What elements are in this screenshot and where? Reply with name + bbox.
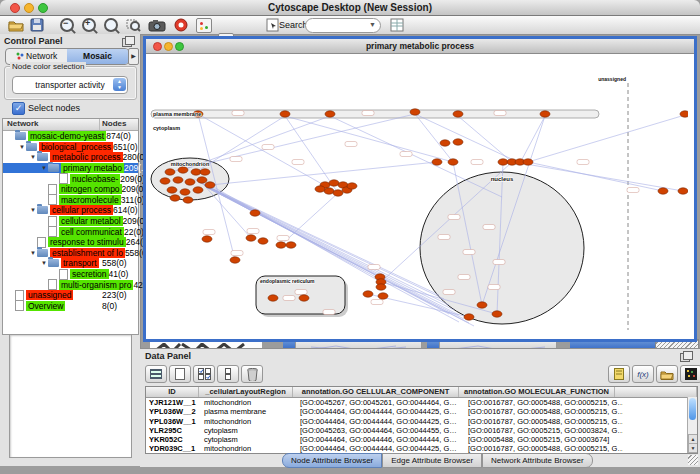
table-cell[interactable]: [GO:0005488, GO:0005215, GO:0003674]	[465, 435, 623, 444]
snapshot-icon[interactable]	[148, 18, 166, 32]
table-cell[interactable]	[623, 435, 697, 444]
import-attributes-icon[interactable]	[656, 365, 678, 383]
network-node[interactable]	[378, 293, 388, 299]
tree-item-primary-metabo[interactable]: ▼primary metabo209(...	[3, 163, 138, 174]
new-attribute-icon[interactable]	[169, 365, 191, 383]
table-cell[interactable]: [GO:0044464, GO:0044444, GO:0044425, G…	[297, 407, 465, 416]
tree-item-response-to-stimulu[interactable]: response to stimulu264(0)	[3, 237, 138, 248]
tree-item-multi-organism-pro[interactable]: multi-organism pro42(0)	[3, 279, 138, 290]
region-plasma-membrane[interactable]	[151, 110, 599, 118]
tree-item-unassigned[interactable]: unassigned223(0)	[3, 290, 138, 301]
delete-attribute-icon[interactable]	[241, 365, 263, 383]
tree-item-cell-communicat[interactable]: cell communicat22(0)	[3, 226, 138, 237]
network-node[interactable]	[376, 284, 386, 290]
network-node[interactable]	[180, 189, 190, 195]
network-node[interactable]	[246, 235, 256, 241]
table-cell[interactable]: [GO:0016787, GO:0005488, GO:0005215, G…	[465, 417, 623, 426]
table-cell[interactable]	[623, 444, 697, 453]
table-cell[interactable]: [GO:0044464, GO:0044444, GO:0044425, G…	[297, 417, 465, 426]
tree-item-nitrogen-compo[interactable]: nitrogen compo209(0)	[3, 184, 138, 195]
tree-expander-icon[interactable]: ▼	[29, 250, 37, 256]
tree-item-metabolic-process[interactable]: ▼metabolic process280(0)	[3, 152, 138, 163]
network-node[interactable]	[477, 302, 487, 308]
tree-item-cellular-metabol[interactable]: cellular metabol209(0)	[3, 216, 138, 227]
network-node[interactable]	[202, 236, 212, 242]
tree-item-cellular-process[interactable]: ▼cellular process614(0)	[3, 205, 138, 216]
report-icon[interactable]	[608, 365, 630, 383]
formula-builder-icon[interactable]: f(x)	[632, 365, 654, 383]
network-node[interactable]	[258, 238, 268, 244]
table-cell[interactable]: [GO:0016787, GO:0005215, GO:0003824, G…	[465, 426, 623, 435]
tree-expander-icon[interactable]: ▼	[18, 144, 26, 150]
tree-header[interactable]: Network Nodes	[3, 119, 138, 131]
table-cell[interactable]: YPL036W__2	[146, 407, 201, 416]
table-cell[interactable]: YLR295C	[146, 426, 201, 435]
table-cell[interactable]	[623, 398, 697, 407]
table-cell[interactable]: [GO:0016787, GO:0005488, GO:0005215, G…	[465, 398, 623, 407]
network-edge[interactable]	[210, 185, 381, 282]
tree-item-establishment-of-lo[interactable]: ▼establishment of lo558(0)	[3, 248, 138, 259]
table-cell[interactable]	[623, 407, 697, 416]
table-cell[interactable]: [GO:0016787, GO:0005488, GO:0005215, G…	[465, 407, 623, 416]
network-node[interactable]	[160, 178, 170, 184]
network-node[interactable]	[178, 167, 188, 173]
network-node[interactable]	[173, 177, 183, 183]
search-dropdown-icon[interactable]: ▼	[369, 21, 376, 28]
network-edge[interactable]	[458, 116, 512, 162]
scroll-down-icon[interactable]: ▼	[688, 443, 698, 453]
network-node[interactable]	[678, 188, 688, 194]
table-cell[interactable]: mitochondrion	[201, 398, 297, 407]
network-node[interactable]	[268, 295, 278, 301]
tree-expander-icon[interactable]: ▼	[29, 154, 37, 160]
network-node[interactable]	[453, 111, 463, 117]
network-node[interactable]	[410, 109, 420, 115]
network-node[interactable]	[498, 159, 508, 165]
tree-expander-icon[interactable]: ▼	[40, 165, 48, 171]
network-node[interactable]	[299, 295, 309, 301]
network-node[interactable]	[167, 187, 177, 193]
browser-mode-icon[interactable]	[145, 365, 167, 383]
network-node[interactable]	[680, 111, 688, 117]
network-node[interactable]	[448, 159, 458, 165]
annotate-icon[interactable]	[266, 18, 280, 32]
table-row[interactable]: YJR121W__1mitochondrion[GO:0045267, GO:0…	[146, 398, 697, 407]
network-node[interactable]	[658, 188, 668, 194]
table-cell[interactable]: [GO:0044464, GO:0044446, GO:0044444, G…	[297, 435, 465, 444]
tab-overflow-button[interactable]: ▶	[128, 48, 139, 65]
network-node[interactable]	[325, 111, 335, 117]
network-edge[interactable]	[196, 116, 285, 172]
network-edge[interactable]	[206, 185, 255, 213]
table-cell[interactable]: plasma membrane	[201, 407, 297, 416]
network-node[interactable]	[453, 139, 463, 145]
network-edge[interactable]	[210, 162, 437, 185]
tree-item-macromolecule[interactable]: macromolecule311(0)	[3, 195, 138, 206]
select-nodes-checkbox[interactable]: ✓	[12, 102, 25, 115]
network-node[interactable]	[197, 177, 207, 183]
network-edge[interactable]	[520, 116, 545, 163]
tree-item-nucleobase-[interactable]: nucleobase-209(0)	[3, 173, 138, 184]
tree-expander-icon[interactable]: ▼	[40, 260, 48, 266]
float-panel-icon[interactable]	[680, 353, 690, 362]
table-scrollbar[interactable]: ▲ ▼	[687, 397, 697, 453]
table-row[interactable]: YPL036W__2plasma membrane[GO:0044464, GO…	[146, 407, 697, 416]
network-node[interactable]	[432, 159, 442, 165]
zoom-fit-icon[interactable]	[104, 18, 118, 32]
network-node[interactable]	[523, 159, 533, 165]
network-node[interactable]	[170, 195, 180, 201]
help-icon[interactable]	[174, 18, 188, 32]
network-node[interactable]	[540, 111, 550, 117]
tree-item-secretion[interactable]: secretion41(0)	[3, 269, 138, 280]
attribute-matrix-icon[interactable]	[680, 365, 700, 383]
network-node[interactable]	[205, 182, 215, 188]
network-node[interactable]	[185, 179, 195, 185]
unselect-attributes-icon[interactable]	[217, 365, 239, 383]
select-attributes-icon[interactable]	[193, 365, 215, 383]
network-node[interactable]	[492, 311, 502, 317]
zoom-in-icon[interactable]: +	[82, 18, 96, 32]
window-resize-grip[interactable]	[688, 455, 698, 465]
zoom-selected-icon[interactable]	[126, 18, 141, 32]
network-edge[interactable]	[415, 114, 453, 162]
tree-item-transport[interactable]: ▼transport558(0)	[3, 258, 138, 269]
network-node[interactable]	[230, 257, 240, 263]
network-canvas[interactable]: plasma membranecytoplasmmitochondrionnuc…	[146, 54, 688, 333]
